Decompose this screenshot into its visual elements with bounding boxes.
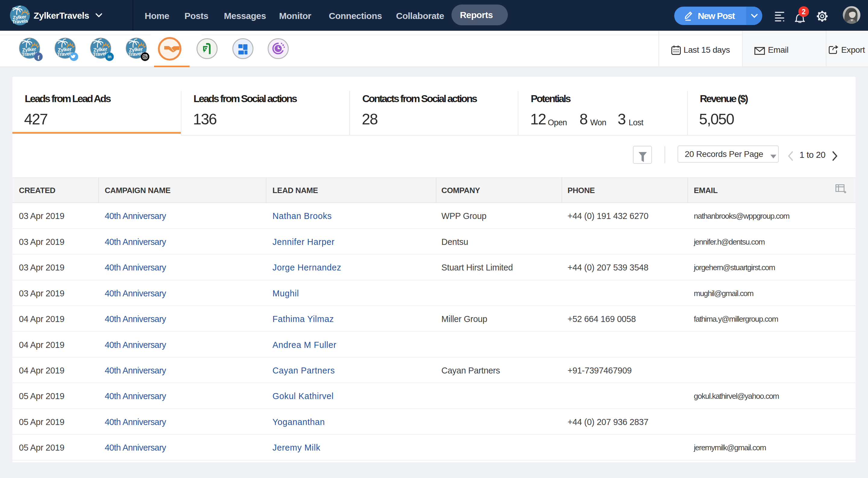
svg-text:2: 2 xyxy=(802,8,806,15)
svg-text:Travels: Travels xyxy=(12,18,28,24)
svg-text:f: f xyxy=(37,55,39,61)
svg-text:in: in xyxy=(107,55,112,59)
